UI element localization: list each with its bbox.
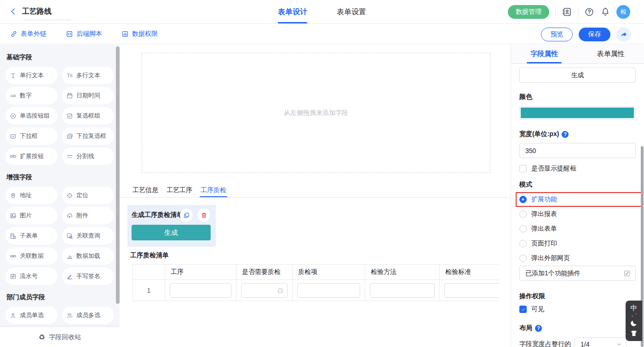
cell-input[interactable] <box>297 283 360 298</box>
field-pill[interactable]: 多行文本 <box>62 67 114 84</box>
header-tab-0[interactable]: 表单设计 <box>278 0 307 23</box>
radio-unselected[interactable] <box>519 240 527 247</box>
toolbar-links: 表单外链后端脚本数据权限 <box>10 24 158 44</box>
avatar[interactable]: 检 <box>616 5 630 19</box>
field-pill[interactable]: 123数字 <box>6 87 58 104</box>
reminder-checkbox-row[interactable]: 是否显示提醒框 <box>519 165 576 173</box>
field-pill[interactable]: 下拉框 <box>6 127 58 145</box>
field-pill[interactable]: 分割线 <box>62 148 114 165</box>
skin-shirt-icon[interactable] <box>630 329 638 337</box>
mode-option-3[interactable]: 页面打印 <box>519 236 635 251</box>
form-section-tab-0[interactable]: 工艺信息 <box>132 182 158 198</box>
cell-input[interactable] <box>444 283 499 298</box>
field-pill[interactable]: 地址 <box>6 187 58 204</box>
field-width-row: 字段宽度占整行的 1/4 <box>519 337 627 347</box>
back-icon[interactable] <box>9 7 17 16</box>
radio-unselected[interactable] <box>519 210 527 218</box>
divider-icon <box>66 153 73 160</box>
properties-tab-0[interactable]: 字段属性 <box>511 45 578 63</box>
number-icon: 123 <box>10 92 17 99</box>
generate-button[interactable]: 生成 <box>132 225 211 240</box>
toolbar-link-2[interactable]: 数据权限 <box>121 30 158 38</box>
color-picker[interactable] <box>519 106 635 119</box>
share-button[interactable] <box>616 27 631 42</box>
field-pill[interactable]: 下拉复选框 <box>62 127 114 145</box>
field-label: 生成工序质检清单 <box>132 211 183 219</box>
visible-checkbox-row[interactable]: 可见 <box>519 305 544 313</box>
delete-field-button[interactable] <box>197 209 210 222</box>
ime-language-toggle[interactable]: 中 <box>631 304 638 311</box>
field-pill[interactable]: 复选框组 <box>62 107 114 125</box>
form-designer-app: 工艺路线 表单设计表单设置 数据管理 检 表单外链后端脚本数据权限 预览 保存 … <box>0 0 644 347</box>
page-title[interactable]: 工艺路线 <box>22 7 52 17</box>
cell-input[interactable] <box>370 283 435 298</box>
toolbar-link-1[interactable]: 后端脚本 <box>66 30 102 38</box>
field-pill[interactable]: 成员单选 <box>6 307 58 324</box>
field-pill[interactable]: 附件 <box>62 207 114 224</box>
reminder-checkbox[interactable] <box>519 165 527 172</box>
sidebar-section-title-2: 部门成员字段 <box>6 293 114 301</box>
help-icon[interactable] <box>584 7 594 17</box>
preview-button[interactable]: 预览 <box>541 28 573 41</box>
field-pill[interactable]: 日期时间 <box>62 87 114 104</box>
field-pill[interactable]: 定位 <box>62 187 114 204</box>
field-width-select[interactable]: 1/4 <box>575 337 627 347</box>
field-pill[interactable]: 子表单 <box>6 227 58 245</box>
ime-punctuation-toggle[interactable]: 。’ <box>632 313 637 317</box>
pill-grid: 单行文本多行文本123数字日期时间单选按钮组复选框组下拉框下拉复选框扩展按钮分割… <box>6 67 114 165</box>
app-header: 工艺路线 表单设计表单设置 数据管理 检 <box>0 0 644 24</box>
field-pill[interactable]: 单选按钮组 <box>6 107 58 125</box>
field-width-label: 字段宽度占整行的 <box>519 340 571 347</box>
mode-option-0[interactable]: 扩展功能 <box>519 192 635 207</box>
dark-mode-moon-icon[interactable] <box>630 319 638 327</box>
header-tab-1[interactable]: 表单设置 <box>337 0 366 23</box>
edit-plugin-icon[interactable] <box>623 270 631 277</box>
selected-field-card[interactable]: 生成工序质检清单 生成 <box>127 205 216 247</box>
signature-icon <box>66 273 73 280</box>
notifications-bell-icon[interactable] <box>600 7 610 17</box>
layout-help-icon[interactable]: ? <box>535 325 542 332</box>
toolbar-link-0[interactable]: 表单外链 <box>10 30 46 38</box>
cell-input[interactable] <box>241 283 288 298</box>
mode-option-2[interactable]: 弹出表单 <box>519 222 635 236</box>
field-pill[interactable]: 成员多选 <box>62 307 114 324</box>
button-name-input[interactable]: 生成 <box>519 68 636 83</box>
width-input[interactable]: 350 <box>519 143 636 158</box>
data-load-icon <box>66 253 73 260</box>
width-help-icon[interactable]: ? <box>562 131 569 138</box>
radio-unselected[interactable] <box>519 225 527 233</box>
field-pill[interactable]: 关联查询 <box>62 227 114 245</box>
field-pill[interactable]: 图片 <box>6 207 58 224</box>
field-pill[interactable]: 手写签名 <box>62 267 114 285</box>
header-tabs: 表单设计表单设置 <box>278 0 366 23</box>
reminder-label: 是否显示提醒框 <box>531 165 576 173</box>
properties-tab-1[interactable]: 表单属性 <box>578 45 644 63</box>
table-row: 1 <box>133 280 500 301</box>
subform-icon <box>10 233 17 239</box>
mode-option-1[interactable]: 弹出报表 <box>519 207 635 222</box>
contacts-icon[interactable] <box>562 7 572 17</box>
data-manage-button[interactable]: 数据管理 <box>508 5 549 19</box>
field-pill[interactable]: 数据加载 <box>62 247 114 265</box>
field-pill[interactable]: 流水号 <box>6 267 58 285</box>
field-pill[interactable]: 单行文本 <box>6 67 58 84</box>
mode-option-4[interactable]: 弹出外部网页 <box>519 251 635 266</box>
field-recycle-bin[interactable]: ♻ 字段回收站 <box>0 327 120 347</box>
drop-zone-placeholder: 从左侧拖拽来添加字段 <box>284 109 348 117</box>
form-section-tab-2[interactable]: 工序质检 <box>201 182 226 198</box>
radio-selected[interactable] <box>519 196 527 203</box>
title-editable-underline <box>24 20 71 20</box>
copy-field-button[interactable] <box>180 209 193 222</box>
field-pill[interactable]: 扩展按钮 <box>6 148 58 165</box>
radio-unselected[interactable] <box>519 255 527 262</box>
tabs-divider <box>120 197 511 198</box>
cell-input[interactable] <box>170 283 231 298</box>
field-pill[interactable]: 关联数据 <box>6 247 58 265</box>
save-button[interactable]: 保存 <box>579 28 610 41</box>
form-section-tab-1[interactable]: 工艺工序 <box>167 182 192 198</box>
visible-checkbox[interactable] <box>519 306 527 313</box>
plugin-input[interactable]: 已添加1个功能插件 <box>519 266 636 281</box>
drop-zone[interactable]: 从左侧拖拽来添加字段 <box>142 53 490 173</box>
radio-group-icon <box>10 113 17 119</box>
sidebar-scrollbar[interactable] <box>116 46 120 304</box>
